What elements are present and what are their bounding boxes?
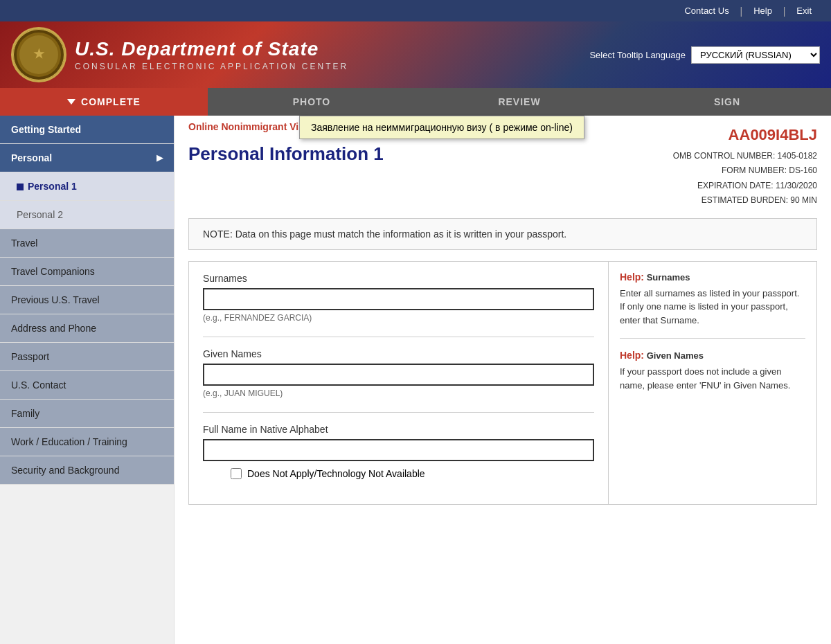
sidebar-item-personal2[interactable]: Personal 2 [0,201,174,229]
meta-info: AA009I4BLJ OMB CONTROL NUMBER: 1405-0182… [673,121,817,208]
svg-text:★: ★ [33,47,45,61]
note-text: NOTE: Data on this page must match the i… [203,229,566,240]
header-left: ★ U.S. Department of State CONSULAR ELEC… [11,27,348,82]
nav-review[interactable]: REVIEW [416,88,623,116]
page-heading: Personal Information 1 [188,143,673,165]
does-not-apply-label: Does Not Apply/Technology Not Available [247,468,425,479]
help-given-label: Given Names [647,350,704,361]
help-surnames-text: Enter all surnames as listed in your pas… [620,287,805,328]
given-names-hint: (e.g., JUAN MIGUEL) [203,388,594,398]
note-box: NOTE: Data on this page must match the i… [188,218,817,250]
help-surnames-label: Surnames [647,272,690,283]
sidebar: Getting Started Personal ▶ Personal 1 Pe… [0,116,175,644]
seal-logo: ★ [11,27,66,82]
help-given-section: Help: Given Names If your passport does … [620,350,805,392]
bullet-icon [17,184,24,190]
burden-row: ESTIMATED BURDEN: 90 MIN [673,193,817,208]
sidebar-item-personal1[interactable]: Personal 1 [0,172,174,201]
arrow-down-icon [67,99,75,105]
exp-row: EXPIRATION DATE: 11/30/2020 [673,179,817,194]
tooltip-lang-section: Select Tooltip Language РУССКИЙ (RUSSIAN… [589,46,820,64]
divider1 [203,337,594,337]
sidebar-item-getting-started[interactable]: Getting Started [0,116,174,144]
chevron-icon: ▶ [157,153,163,163]
help-surnames-section: Help: Surnames Enter all surnames as lis… [620,271,805,328]
surnames-row: Surnames (e.g., FERNANDEZ GARCIA) Given … [189,262,816,504]
does-not-apply-checkbox[interactable] [231,468,242,479]
dept-subtitle: CONSULAR ELECTRONIC APPLICATION CENTER [75,62,348,71]
given-names-label: Given Names [203,348,594,359]
help-divider [620,338,805,339]
form-right-help: Help: Surnames Enter all surnames as lis… [609,262,816,504]
top-bar: Contact Us | Help | Exit [0,0,831,21]
app-id: AA009I4BLJ [673,121,817,149]
header-right: Select Tooltip Language РУССКИЙ (RUSSIAN… [589,46,820,64]
surnames-input[interactable] [203,288,594,310]
header-title: U.S. Department of State CONSULAR ELECTR… [75,38,348,71]
full-name-label: Full Name in Native Alphabet [203,424,594,435]
help-surnames-title: Help: [620,271,644,283]
sidebar-item-personal[interactable]: Personal ▶ [0,144,174,172]
given-names-group: Given Names (e.g., JUAN MIGUEL) [203,348,594,398]
sidebar-item-address-phone[interactable]: Address and Phone [0,314,174,343]
omb-row: OMB CONTROL NUMBER: 1405-0182 [673,149,817,164]
surnames-hint: (e.g., FERNANDEZ GARCIA) [203,313,594,323]
tooltip-lang-select[interactable]: РУССКИЙ (RUSSIAN) ENGLISH [691,46,820,64]
form-row: FORM NUMBER: DS-160 [673,163,817,179]
help-given-title: Help: [620,350,644,361]
main-layout: Getting Started Personal ▶ Personal 1 Pe… [0,116,831,644]
nav-complete[interactable]: COMPLETE [0,88,208,116]
nav-photo[interactable]: PHOTO [208,88,416,116]
dept-name: U.S. Department of State [75,38,348,60]
contact-link[interactable]: Contact Us [676,4,737,17]
tooltip-text: Заявление на неиммиграционную визу ( в р… [311,122,573,133]
surnames-group: Surnames (e.g., FERNANDEZ GARCIA) [203,273,594,323]
form-section: Surnames (e.g., FERNANDEZ GARCIA) Given … [188,261,817,505]
content-area: Заявление на неиммиграционную визу ( в р… [175,116,831,644]
form-left-surnames: Surnames (e.g., FERNANDEZ GARCIA) Given … [189,262,609,504]
sidebar-item-work-edu[interactable]: Work / Education / Training [0,428,174,456]
sep2: | [780,6,788,17]
divider2 [203,412,594,413]
sidebar-item-us-contact[interactable]: U.S. Contact [0,371,174,400]
checkbox-row: Does Not Apply/Technology Not Available [231,468,594,479]
sidebar-item-passport[interactable]: Passport [0,343,174,371]
sep1: | [738,6,745,17]
tooltip-lang-label: Select Tooltip Language [589,50,686,60]
exit-link[interactable]: Exit [788,4,820,17]
tooltip-overlay: Заявление на неиммиграционную визу ( в р… [299,116,584,139]
surnames-label: Surnames [203,273,594,284]
given-names-input[interactable] [203,364,594,386]
full-name-input[interactable] [203,439,594,461]
sidebar-item-security[interactable]: Security and Background [0,456,174,485]
sidebar-item-travel-companions[interactable]: Travel Companions [0,258,174,286]
nav-sign[interactable]: SIGN [623,88,831,116]
sidebar-item-travel[interactable]: Travel [0,229,174,258]
sidebar-item-family[interactable]: Family [0,400,174,428]
help-link[interactable]: Help [745,4,780,17]
full-name-group: Full Name in Native Alphabet Does Not Ap… [203,424,594,479]
sidebar-item-previous-us-travel[interactable]: Previous U.S. Travel [0,286,174,314]
nav-bar: COMPLETE PHOTO REVIEW SIGN [0,88,831,116]
header: ★ U.S. Department of State CONSULAR ELEC… [0,21,831,88]
help-given-text: If your passport does not include a give… [620,365,805,392]
